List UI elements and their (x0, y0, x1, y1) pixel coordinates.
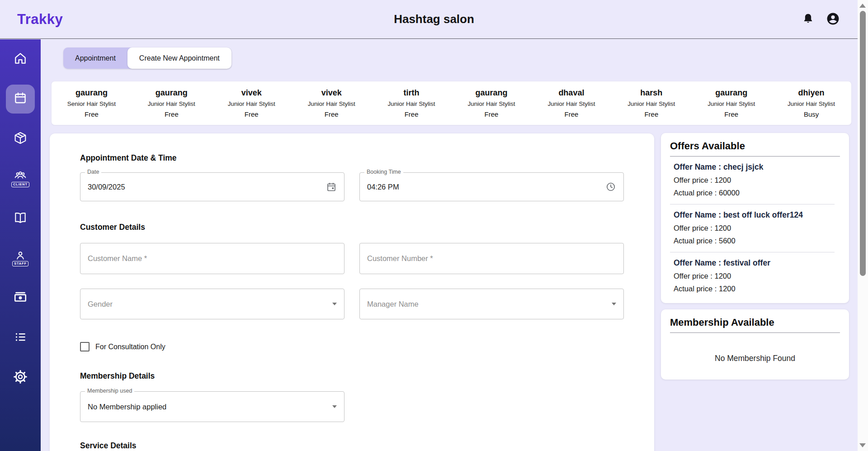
gender-select[interactable]: Gender (80, 289, 344, 319)
stylist-name: harsh (611, 88, 691, 98)
section-heading-service: Service Details (80, 441, 624, 450)
stylist-status: Free (292, 110, 372, 118)
page-scrollbar[interactable] (858, 0, 868, 451)
chevron-down-icon (332, 405, 337, 408)
scrollbar-thumb[interactable] (860, 11, 866, 276)
booking-time-field[interactable]: Booking Time 04:26 PM (359, 172, 624, 201)
stylist-role: Junior Hair Stylist (531, 100, 611, 107)
sidebar-item-staff[interactable]: STAFF (6, 244, 35, 273)
account-button[interactable] (826, 12, 840, 27)
stylist-card[interactable]: harsh Junior Hair Stylist Free (611, 88, 691, 118)
stylist-card[interactable]: dhiyen Junior Hair Stylist Busy (771, 88, 851, 118)
offer-name-line: Offer Name : festival offer (674, 258, 835, 268)
stylist-status: Busy (771, 110, 851, 118)
book-icon (13, 210, 28, 227)
tab-appointment[interactable]: Appointment (63, 47, 127, 69)
clients-icon (13, 171, 28, 183)
appointment-form-card: Appointment Date & Time Date 30/09/2025 … (50, 133, 654, 451)
sidebar-item-settings[interactable] (6, 363, 35, 392)
date-field[interactable]: Date 30/09/2025 (80, 172, 344, 201)
sidebar-item-home[interactable] (6, 45, 35, 74)
scrollbar-up-arrow[interactable] (859, 4, 866, 8)
stylist-name: tirth (372, 88, 452, 98)
notifications-button[interactable] (802, 13, 814, 26)
customer-number-field[interactable]: Customer Number * (359, 243, 624, 274)
gear-icon (13, 370, 28, 386)
customer-name-field[interactable]: Customer Name * (80, 243, 344, 274)
chevron-down-icon (332, 303, 337, 305)
stylist-card[interactable]: vivek Junior Hair Stylist Free (212, 88, 292, 118)
stylist-name: gaurang (132, 88, 212, 98)
clock-icon[interactable] (605, 181, 616, 192)
stylist-name: gaurang (452, 88, 532, 98)
staff-icon (14, 251, 27, 262)
stylist-role: Junior Hair Stylist (691, 100, 771, 107)
sidebar-item-payments[interactable] (6, 284, 35, 313)
consultation-checkbox-row[interactable]: For Consultation Only (80, 342, 165, 351)
manager-name-select[interactable]: Manager Name (359, 289, 624, 319)
sidebar-item-orders[interactable] (6, 323, 35, 352)
stylist-availability-bar: gaurang Senior Hair Stylist Free gaurang… (51, 81, 852, 125)
money-icon (13, 290, 28, 306)
right-panel: Offers Available Offer Name : checj jsjc… (661, 133, 849, 380)
scrollbar-down-arrow[interactable] (859, 443, 866, 447)
sidebar-item-packages[interactable] (6, 124, 35, 153)
offer-price-line: Offer price : 1200 (674, 272, 835, 280)
offers-panel-title: Offers Available (670, 140, 840, 152)
sidebar-item-clients[interactable]: CLIENT (6, 164, 35, 193)
stylist-card[interactable]: gaurang Junior Hair Stylist Free (691, 88, 771, 118)
tab-bar: Appointment Create New Appointment (63, 47, 231, 69)
stylist-role: Junior Hair Stylist (452, 100, 532, 107)
sidebar-item-catalog[interactable] (6, 204, 35, 233)
offer-item[interactable]: Offer Name : best off luck offer124 Offe… (670, 204, 835, 252)
calendar-picker-icon[interactable] (326, 181, 337, 192)
stylist-status: Free (372, 110, 452, 118)
offer-item[interactable]: Offer Name : festival offer Offer price … (670, 252, 835, 296)
stylist-card[interactable]: tirth Junior Hair Stylist Free (372, 88, 452, 118)
manager-name-placeholder: Manager Name (367, 300, 419, 309)
stylist-role: Junior Hair Stylist (132, 100, 212, 107)
stylist-role: Junior Hair Stylist (611, 100, 691, 107)
no-membership-message: No Membership Found (670, 354, 840, 363)
consultation-checkbox-label: For Consultation Only (95, 343, 165, 351)
main-content: Appointment Create New Appointment gaura… (41, 39, 860, 451)
gender-placeholder: Gender (88, 300, 113, 309)
bell-icon (802, 13, 814, 26)
sidebar-item-appointments[interactable] (6, 85, 35, 114)
stylist-name: gaurang (52, 88, 132, 98)
stylist-card[interactable]: gaurang Senior Hair Stylist Free (52, 88, 132, 118)
stylist-status: Free (52, 110, 132, 118)
stylist-name: vivek (212, 88, 292, 98)
date-field-value: 30/09/2025 (88, 183, 125, 191)
stylist-role: Junior Hair Stylist (372, 100, 452, 107)
stylist-card[interactable]: gaurang Junior Hair Stylist Free (132, 88, 212, 118)
stylist-card[interactable]: gaurang Junior Hair Stylist Free (452, 88, 532, 118)
account-avatar-icon (826, 12, 840, 27)
customer-number-placeholder: Customer Number * (367, 254, 433, 263)
tab-create-new-appointment[interactable]: Create New Appointment (127, 47, 231, 69)
offer-item[interactable]: Offer Name : checj jsjck Offer price : 1… (670, 157, 835, 204)
page-title: Hashtag salon (0, 12, 868, 26)
chevron-down-icon (612, 303, 616, 305)
stylist-role: Junior Hair Stylist (771, 100, 851, 107)
offer-name-line: Offer Name : checj jsjck (674, 162, 835, 172)
stylist-card[interactable]: vivek Junior Hair Stylist Free (292, 88, 372, 118)
stylist-role: Junior Hair Stylist (212, 100, 292, 107)
offers-panel: Offers Available Offer Name : checj jsjc… (661, 133, 849, 303)
calendar-icon (14, 91, 27, 107)
staff-badge: STAFF (12, 261, 28, 266)
sidebar: CLIENT STAFF (0, 39, 41, 451)
offer-actual-price-line: Actual price : 5600 (674, 237, 835, 245)
stylist-card[interactable]: dhaval Junior Hair Stylist Free (531, 88, 611, 118)
date-field-label: Date (85, 169, 101, 175)
offer-name-line: Offer Name : best off luck offer124 (674, 210, 835, 220)
stylist-name: dhaval (531, 88, 611, 98)
membership-panel: Membership Available No Membership Found (661, 309, 849, 380)
section-heading-customer: Customer Details (80, 223, 624, 232)
list-icon (14, 330, 27, 346)
header-actions (802, 12, 840, 27)
membership-used-select[interactable]: Membership used No Membership applied (80, 391, 344, 422)
stylist-role: Senior Hair Stylist (52, 100, 132, 107)
booking-time-value: 04:26 PM (367, 183, 399, 191)
consultation-checkbox[interactable] (80, 342, 90, 351)
